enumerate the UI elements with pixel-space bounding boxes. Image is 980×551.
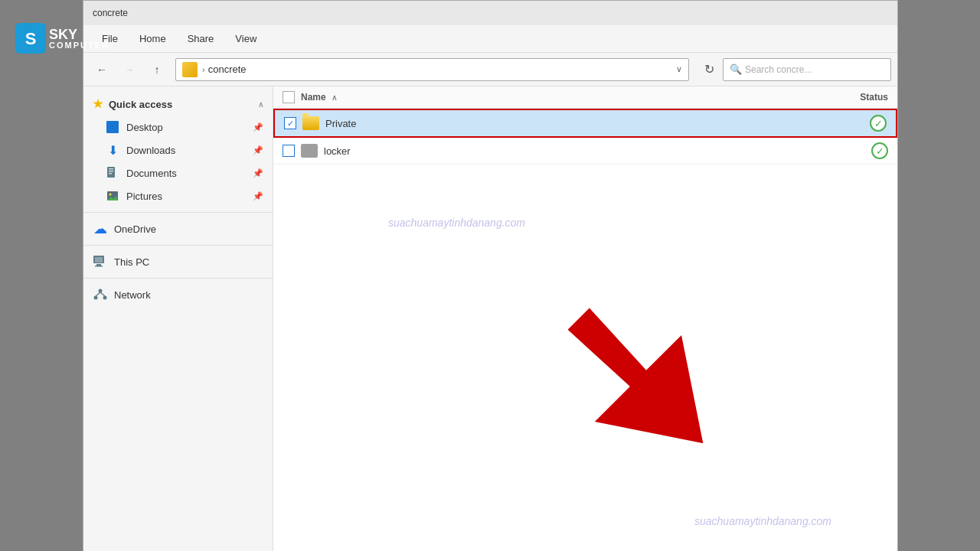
svg-text:S: S <box>25 29 37 48</box>
svg-line-17 <box>100 292 105 296</box>
locker-file-icon <box>301 144 318 158</box>
address-separator: › <box>202 65 205 74</box>
forward-button[interactable]: → <box>117 57 142 82</box>
sidebar-item-desktop[interactable]: Desktop 📌 <box>83 116 273 139</box>
watermark-bottom: suachuamaytinhdanang.com <box>694 515 831 527</box>
logo-sky-text: SKY <box>49 28 109 41</box>
quick-access-label: Quick access <box>109 99 172 110</box>
downloads-icon: ⬇ <box>105 142 120 158</box>
sidebar-documents-label: Documents <box>126 168 177 179</box>
sidebar-network-label: Network <box>114 289 151 301</box>
star-icon: ★ <box>93 97 103 111</box>
file-row-private[interactable]: Private ✓ <box>273 109 897 138</box>
search-icon: 🔍 <box>730 64 742 75</box>
desktop-icon <box>105 119 120 135</box>
sidebar-item-thispc[interactable]: This PC <box>83 250 273 273</box>
locker-checkbox[interactable] <box>283 145 295 157</box>
menu-home[interactable]: Home <box>130 30 175 47</box>
sidebar-divider-2 <box>83 245 273 246</box>
svg-rect-4 <box>109 171 113 172</box>
window-title: concrete <box>93 8 128 18</box>
file-area: suachuamaytinhdanang.com Name ∧ Status P… <box>273 86 897 551</box>
annotation-arrow <box>534 285 748 515</box>
svg-rect-12 <box>95 266 103 267</box>
network-icon <box>93 287 108 302</box>
search-bar[interactable]: 🔍 Search concre... <box>723 58 891 81</box>
sidebar-divider-3 <box>83 278 273 279</box>
svg-point-7 <box>109 194 112 196</box>
sidebar-item-network[interactable]: Network <box>83 283 273 306</box>
sky-logo-icon: S <box>15 23 46 54</box>
address-dropdown-arrow[interactable]: ∨ <box>676 64 682 74</box>
sidebar-divider-1 <box>83 212 273 213</box>
back-button[interactable]: ← <box>90 57 114 82</box>
file-list-header: Name ∧ Status <box>273 86 897 109</box>
documents-pin-icon[interactable]: 📌 <box>253 168 263 178</box>
sidebar-item-pictures[interactable]: Pictures 📌 <box>83 184 273 207</box>
title-bar: concrete <box>83 1 897 25</box>
svg-rect-5 <box>109 173 112 174</box>
svg-rect-18 <box>305 150 314 156</box>
quick-access-collapse-icon[interactable]: ∧ <box>258 100 263 109</box>
svg-rect-10 <box>95 257 103 262</box>
private-folder-icon <box>302 116 319 130</box>
private-file-name: Private <box>325 118 864 129</box>
svg-rect-3 <box>109 168 113 170</box>
logo-computer-text: COMPUTER <box>49 41 109 50</box>
sidebar-thispc-label: This PC <box>114 256 149 268</box>
onedrive-icon: ☁ <box>93 221 108 236</box>
logo-area: S SKY COMPUTER <box>15 23 109 54</box>
locker-status-icon: ✓ <box>871 142 888 159</box>
column-header-status: Status <box>827 92 888 103</box>
menu-view[interactable]: View <box>226 30 266 47</box>
address-bar[interactable]: › concrete ∨ <box>175 58 689 81</box>
sidebar-onedrive-label: OneDrive <box>114 223 156 235</box>
menu-share[interactable]: Share <box>178 30 224 47</box>
file-row-locker[interactable]: locker ✓ <box>273 138 897 165</box>
refresh-button[interactable]: ↻ <box>698 59 720 80</box>
toolbar: ← → ↑ › concrete ∨ ↻ 🔍 Search concre... <box>83 53 897 86</box>
pictures-pin-icon[interactable]: 📌 <box>253 191 263 201</box>
locker-file-name: locker <box>324 145 865 157</box>
downloads-pin-icon[interactable]: 📌 <box>253 145 263 155</box>
sort-arrow-icon: ∧ <box>332 93 337 102</box>
watermark-top: suachuamaytinhdanang.com <box>388 217 525 229</box>
file-explorer-window: concrete File Home Share View ← → ↑ › co… <box>83 0 898 551</box>
thispc-icon <box>93 254 108 269</box>
sidebar-quick-access[interactable]: ★ Quick access ∧ <box>83 93 273 116</box>
header-checkbox[interactable] <box>283 91 295 103</box>
documents-icon <box>105 165 120 181</box>
private-checkbox[interactable] <box>284 117 296 129</box>
sidebar-downloads-label: Downloads <box>126 145 175 156</box>
svg-rect-11 <box>96 264 101 266</box>
sidebar: ★ Quick access ∧ Desktop 📌 ⬇ Downloads 📌 <box>83 86 273 551</box>
sidebar-desktop-label: Desktop <box>126 122 163 133</box>
desktop-pin-icon[interactable]: 📌 <box>253 122 263 132</box>
main-content: ★ Quick access ∧ Desktop 📌 ⬇ Downloads 📌 <box>83 86 897 551</box>
search-placeholder-text: Search concre... <box>745 64 812 75</box>
sidebar-pictures-label: Pictures <box>126 191 162 202</box>
column-header-name: Name ∧ <box>301 92 827 103</box>
svg-line-16 <box>96 292 100 296</box>
pictures-icon <box>105 188 120 204</box>
folder-address-icon <box>182 62 198 77</box>
svg-marker-19 <box>535 285 746 487</box>
svg-point-15 <box>103 296 107 300</box>
svg-point-14 <box>94 296 98 300</box>
private-status-icon: ✓ <box>870 115 887 132</box>
menu-bar: File Home Share View <box>83 25 897 53</box>
address-text: concrete <box>208 64 671 75</box>
svg-point-13 <box>99 289 103 293</box>
sidebar-item-downloads[interactable]: ⬇ Downloads 📌 <box>83 139 273 161</box>
sidebar-item-onedrive[interactable]: ☁ OneDrive <box>83 217 273 240</box>
up-button[interactable]: ↑ <box>145 57 169 82</box>
sidebar-item-documents[interactable]: Documents 📌 <box>83 161 273 184</box>
